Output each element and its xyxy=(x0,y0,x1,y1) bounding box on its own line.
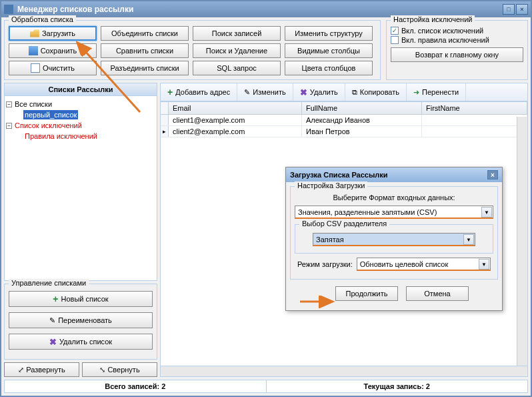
save-button[interactable]: Сохранить xyxy=(9,43,97,58)
format-label: Выберите Формат входных данных: xyxy=(295,192,493,206)
plus-icon: + xyxy=(167,87,173,97)
clear-button[interactable]: Очистить xyxy=(9,61,97,75)
load-settings-legend: Настройка Загрузки xyxy=(295,181,367,189)
visible-columns-button[interactable]: Видимые столбцы xyxy=(285,43,373,58)
delimiter-combo[interactable]: Запятая ▼ xyxy=(313,233,475,246)
tree-panel: Списки Рассылки −Все списки первый_списо… xyxy=(4,83,157,281)
table-row[interactable]: ▸ client2@example.com Иван Петров xyxy=(161,126,527,137)
compare-lists-button[interactable]: Сравнить списки xyxy=(101,43,189,58)
return-to-main-button[interactable]: Возврат к главному окну xyxy=(391,47,523,62)
row-indicator-header xyxy=(161,102,169,114)
delete-icon: ✖ xyxy=(300,87,307,97)
mode-combo[interactable]: Обновить целевой список ▼ xyxy=(357,258,491,271)
sql-query-button[interactable]: SQL запрос xyxy=(193,61,281,75)
edit-button[interactable]: ✎Изменить xyxy=(237,83,293,101)
move-button[interactable]: ➜Перенести xyxy=(407,83,466,101)
dialog-title: Загрузка Списка Рассылки xyxy=(290,171,487,179)
rename-button[interactable]: ✎Переименовать xyxy=(9,312,153,328)
manage-legend: Управление списками xyxy=(9,279,89,287)
dialog-titlebar: Загрузка Списка Рассылки × xyxy=(286,167,502,182)
move-icon: ➜ xyxy=(413,88,419,97)
chevron-down-icon: ▼ xyxy=(481,207,492,218)
plus-icon: + xyxy=(53,294,58,304)
tree-collapse-icon[interactable]: − xyxy=(6,101,12,107)
window-title: Менеджер списков рассылки xyxy=(17,5,501,14)
copy-button[interactable]: ⧉Копировать xyxy=(345,83,407,101)
tree-title: Списки Рассылки xyxy=(5,83,157,96)
include-exclusion-rules-checkbox[interactable] xyxy=(391,36,399,44)
dialog-close-button[interactable]: × xyxy=(487,170,498,179)
vertical-scrollbar[interactable] xyxy=(517,117,527,366)
col-email-header[interactable]: Email xyxy=(169,102,302,114)
folder-icon xyxy=(30,29,39,38)
format-combo[interactable]: Значения, разделенные запятыми (CSV) ▼ xyxy=(295,206,493,219)
horizontal-scrollbar[interactable] xyxy=(160,366,528,377)
tree-collapse-icon[interactable]: − xyxy=(6,123,12,129)
collapse-button[interactable]: ⤡Свернуть xyxy=(82,362,157,377)
search-delete-button[interactable]: Поиск и Удаление xyxy=(193,43,281,58)
delete-button[interactable]: ✖Удалить xyxy=(293,83,345,101)
status-total-records: Всего записей: 2 xyxy=(4,380,267,393)
col-fullname-header[interactable]: FullName xyxy=(302,102,422,114)
table-row[interactable]: client1@example.com Александр Иванов xyxy=(161,115,527,126)
row-indicator xyxy=(161,115,169,125)
status-current-record: Текущая запись: 2 xyxy=(267,380,529,393)
mode-label: Режим загрузки: xyxy=(297,260,353,268)
collapse-icon: ⤡ xyxy=(99,366,105,374)
app-icon xyxy=(4,5,13,14)
cancel-button[interactable]: Отмена xyxy=(406,286,469,301)
delete-icon: ✖ xyxy=(49,337,57,347)
exclusions-group: Настройка исключений ✓ Вкл. список исклю… xyxy=(386,20,528,80)
processing-group: Обработка списка Загрузить Сохранить Очи… xyxy=(4,20,381,80)
toolbar: +Добавить адрес ✎Изменить ✖Удалить ⧉Копи… xyxy=(160,83,528,101)
pencil-icon: ✎ xyxy=(244,88,250,97)
expand-button[interactable]: ⤢Развернуть xyxy=(4,362,79,377)
chevron-down-icon: ▼ xyxy=(463,234,474,245)
include-exclusion-rules-label: Вкл. правила исключений xyxy=(401,36,489,44)
delimiter-group: Выбор CSV разделителя Запятая ▼ xyxy=(295,224,493,254)
copy-icon: ⧉ xyxy=(352,88,357,97)
split-lists-button[interactable]: Разъединить списки xyxy=(101,61,189,75)
row-indicator: ▸ xyxy=(161,126,169,137)
tree-first-list[interactable]: первый_список xyxy=(23,110,78,119)
merge-lists-button[interactable]: Объединить списки xyxy=(101,26,189,41)
include-exclusion-list-label: Вкл. список исключений xyxy=(401,27,483,35)
add-address-button[interactable]: +Добавить адрес xyxy=(161,83,237,101)
expand-icon: ⤢ xyxy=(18,366,24,374)
manage-lists-group: Управление списками +Новый список ✎Переи… xyxy=(4,284,157,360)
include-exclusion-list-checkbox[interactable]: ✓ xyxy=(391,27,399,35)
close-button[interactable]: × xyxy=(516,4,528,15)
col-firstname-header[interactable]: FirstName xyxy=(422,102,527,114)
file-icon xyxy=(31,63,40,73)
load-settings-group: Настройка Загрузки Выберите Формат входн… xyxy=(290,186,498,280)
delete-list-button[interactable]: ✖Удалить список xyxy=(9,334,153,350)
pencil-icon: ✎ xyxy=(49,316,55,325)
load-list-dialog: Загрузка Списка Рассылки × Настройка Заг… xyxy=(285,167,503,311)
continue-button[interactable]: Продолжить xyxy=(335,286,398,301)
search-records-button[interactable]: Поиск записей xyxy=(193,26,281,41)
disk-icon xyxy=(29,46,38,55)
processing-legend: Обработка списка xyxy=(9,15,76,23)
delimiter-legend: Выбор CSV разделителя xyxy=(299,220,389,228)
new-list-button[interactable]: +Новый список xyxy=(9,291,153,307)
tree-all-lists[interactable]: Все списки xyxy=(13,99,53,109)
change-structure-button[interactable]: Изменить структуру xyxy=(285,26,373,41)
column-colors-button[interactable]: Цвета столбцов xyxy=(285,61,373,75)
maximize-button[interactable]: □ xyxy=(503,4,515,15)
exclusions-legend: Настройка исключений xyxy=(391,15,475,23)
tree-exclusion-list[interactable]: Список исключений xyxy=(13,121,83,130)
tree-exclusion-rules[interactable]: Правила исключений xyxy=(23,131,99,141)
chevron-down-icon: ▼ xyxy=(479,259,489,270)
load-button[interactable]: Загрузить xyxy=(9,26,97,41)
